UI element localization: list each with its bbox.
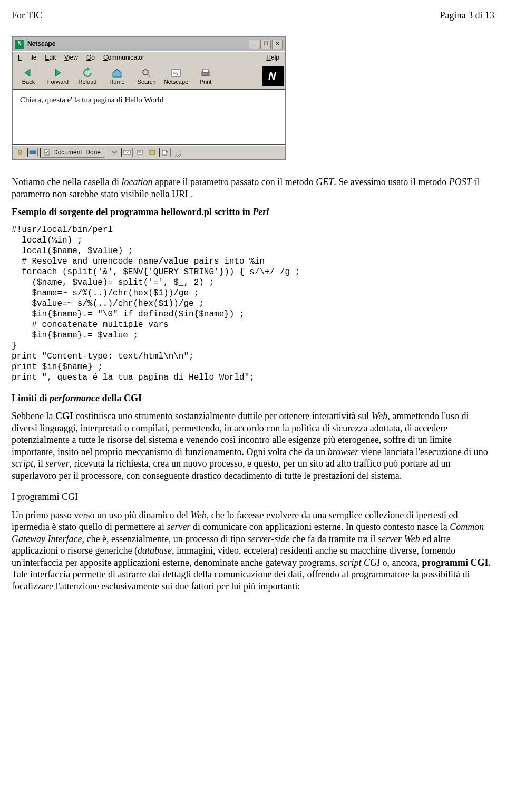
menu-file[interactable]: File: [14, 53, 41, 62]
svg-rect-16: [150, 150, 155, 154]
menu-communicator[interactable]: Communicator: [99, 53, 149, 62]
home-button[interactable]: Home: [102, 66, 132, 87]
status-mail-icon[interactable]: [121, 148, 133, 157]
window-title: Netscape: [27, 40, 248, 48]
netscape-logo: N: [262, 66, 284, 87]
heading-limiti: Limiti di performance della CGI: [12, 392, 494, 404]
status-progress-icon: [27, 148, 38, 157]
header-left: For TIC: [12, 9, 42, 22]
toolbar: Back Forward Reload Home Search My Netsc…: [12, 64, 286, 90]
svg-text:N: N: [268, 70, 276, 82]
status-nav-icon[interactable]: [109, 148, 120, 157]
page-text: Chiara, questa e' la tua pagina di Hello…: [20, 95, 163, 104]
paragraph-example-heading: Esempio di sorgente del programma hellow…: [12, 206, 494, 218]
titlebar: N Netscape _ ☐ ✕: [12, 36, 286, 51]
svg-rect-5: [203, 69, 208, 72]
menu-go[interactable]: Go: [82, 53, 99, 62]
maximize-button[interactable]: ☐: [260, 40, 271, 49]
page-header: For TIC Pagina 3 di 13: [12, 9, 494, 22]
heading-programmi-cgi: I programmi CGI: [12, 491, 494, 503]
paragraph-limiti: Sebbene la CGI costituisca uno strumento…: [12, 410, 494, 481]
menu-help[interactable]: Help: [262, 53, 284, 62]
window-resize-grip[interactable]: [173, 148, 181, 157]
reload-icon: [82, 67, 93, 78]
svg-point-0: [143, 70, 148, 75]
close-button[interactable]: ✕: [272, 40, 283, 49]
netscape-app-icon: N: [15, 40, 24, 49]
status-text: Document: Done: [40, 148, 104, 158]
back-button[interactable]: Back: [14, 66, 43, 87]
back-arrow-icon: [23, 67, 34, 78]
header-right: Pagina 3 di 13: [440, 9, 495, 22]
security-lock-icon[interactable]: [15, 148, 25, 157]
svg-rect-8: [18, 152, 22, 155]
netscape-logo-icon: N: [265, 69, 281, 83]
search-button[interactable]: Search: [132, 66, 161, 87]
netscape-button[interactable]: My Netscape: [161, 66, 191, 87]
forward-button[interactable]: Forward: [43, 66, 73, 87]
search-icon: [141, 67, 152, 78]
my-netscape-icon: My: [170, 67, 182, 78]
status-news-icon[interactable]: [134, 148, 145, 157]
status-address-icon[interactable]: [147, 148, 158, 157]
netscape-window: N Netscape _ ☐ ✕ File Edit View Go Commu…: [12, 36, 286, 161]
svg-rect-10: [30, 151, 36, 154]
forward-arrow-icon: [52, 67, 64, 78]
document-done-icon: [44, 149, 51, 156]
svg-line-1: [148, 74, 150, 77]
reload-button[interactable]: Reload: [73, 66, 102, 87]
svg-text:My: My: [173, 71, 179, 75]
paragraph-location-note: Notiamo che nella casella di location ap…: [12, 176, 494, 200]
menu-view[interactable]: View: [60, 53, 82, 62]
menu-edit[interactable]: Edit: [41, 53, 60, 62]
paragraph-programmi-cgi: Un primo passo verso un uso più dinamico…: [12, 509, 494, 593]
browser-content: Chiara, questa e' la tua pagina di Hello…: [12, 89, 286, 145]
home-icon: [111, 67, 123, 78]
print-icon: [200, 67, 211, 78]
status-composer-icon[interactable]: [159, 148, 171, 157]
statusbar: Document: Done: [12, 145, 286, 160]
print-button[interactable]: Print: [191, 66, 220, 87]
minimize-button[interactable]: _: [249, 40, 259, 49]
menubar: File Edit View Go Communicator Help: [12, 51, 286, 64]
code-block-perl: #!usr/local/bin/perl local(%in) ; local(…: [12, 225, 494, 383]
